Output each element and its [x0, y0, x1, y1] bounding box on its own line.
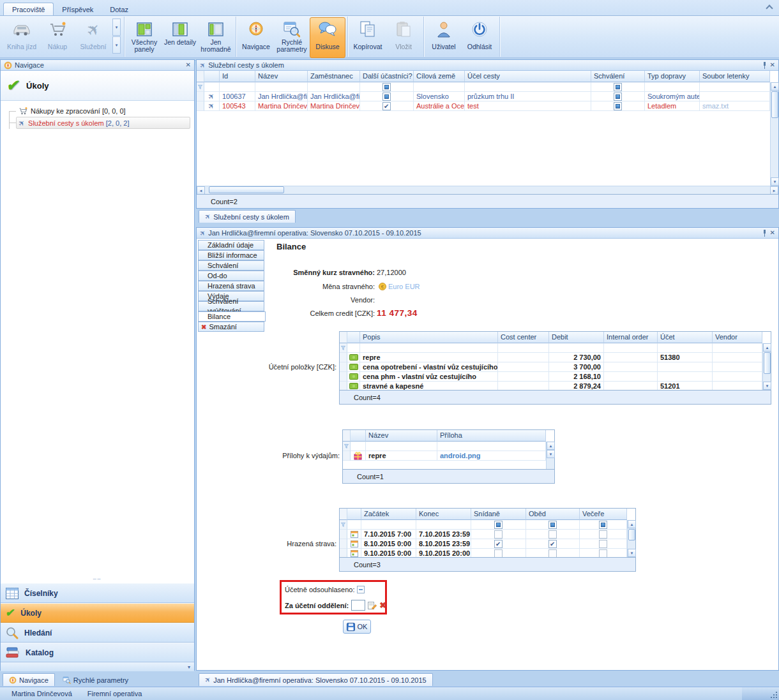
filter-cell[interactable]: [437, 442, 546, 451]
scroll-up-icon[interactable]: ▲: [763, 343, 771, 352]
cell-konec[interactable]: 7.10.2015 23:59: [416, 530, 471, 539]
navigace-button[interactable]: Navigace: [238, 17, 274, 58]
navbar-group-katalog[interactable]: Katalog: [1, 643, 194, 662]
tab-navigace[interactable]: Navigace: [3, 673, 55, 686]
vertical-scrollbar[interactable]: ▲ ▼: [627, 520, 635, 557]
detail-tab-od-do[interactable]: Od-do: [198, 271, 264, 281]
cell-id[interactable]: 100637: [220, 92, 255, 101]
cell-popis[interactable]: cena opotrebení - vlastní vůz cestujícíh…: [360, 362, 498, 372]
filter-cell[interactable]: [416, 520, 471, 530]
cell-popis[interactable]: cena phm - vlastní vůz cestujícího: [360, 372, 498, 382]
cell-typ-dopravy[interactable]: Soukromým autem: [645, 92, 700, 101]
cell-konec[interactable]: 8.10.2015 23:59: [416, 539, 471, 549]
ok-button[interactable]: OK: [343, 620, 371, 634]
filter-cell[interactable]: [713, 343, 762, 353]
cell-schvaleni-checkbox[interactable]: [591, 101, 645, 111]
detail-tab-bilance[interactable]: Bilance: [198, 311, 266, 322]
scroll-up-icon[interactable]: ▲: [771, 82, 779, 91]
sluzebni-button[interactable]: ✈ Služební: [75, 17, 111, 58]
cell-cilova-zeme[interactable]: Austrálie a Oceánie: [414, 101, 465, 111]
gallery-up-button[interactable]: ▾: [112, 19, 121, 36]
navbar-group-ukoly[interactable]: ✔ Úkoly: [1, 603, 194, 623]
cell-soubor-letenky[interactable]: [700, 92, 770, 101]
cell-nazev[interactable]: Jan Hrdlička@firemní: [255, 92, 308, 101]
column-header-dalsi-ucastnici[interactable]: Další účastníci?: [360, 71, 414, 82]
filter-cell[interactable]: [498, 343, 549, 353]
uzivatel-button[interactable]: Uživatel: [426, 17, 462, 58]
cell-internal-order[interactable]: [604, 353, 658, 362]
horizontal-scrollbar[interactable]: ◄ ►: [197, 186, 778, 194]
cell-vendor[interactable]: [713, 372, 762, 382]
row-indicator[interactable]: [197, 101, 204, 111]
cell-zamestnanec[interactable]: Martina Drinčevová@: [308, 101, 360, 111]
filter-cell[interactable]: [255, 82, 308, 92]
currency-link[interactable]: Euro EUR: [388, 283, 420, 290]
cell-snidane-checkbox[interactable]: [471, 539, 526, 549]
filter-cell[interactable]: [366, 442, 437, 451]
cell-vendor[interactable]: [713, 362, 762, 372]
row-indicator[interactable]: [197, 92, 204, 101]
column-header-zamestnanec[interactable]: Zaměstnanec: [308, 71, 360, 82]
cell-typ-dopravy[interactable]: Letadlem: [645, 101, 700, 111]
cell-ucel-cesty[interactable]: test: [465, 101, 591, 111]
cell-dalsi-checkbox[interactable]: [360, 92, 414, 101]
detail-tab-blizsi-informace[interactable]: Bližší informace: [198, 250, 264, 260]
close-icon[interactable]: ✕: [186, 62, 191, 68]
row-indicator[interactable]: [340, 530, 347, 539]
cell-obed-checkbox[interactable]: [526, 539, 580, 549]
filter-cell[interactable]: [414, 82, 465, 92]
column-header-nazev[interactable]: Název: [366, 430, 437, 442]
close-icon[interactable]: ✕: [770, 230, 775, 236]
cell-ucel-cesty[interactable]: průzkum trhu II: [465, 92, 591, 101]
detail-tab-schvaleni-vyuctovani[interactable]: Schválení vyúčtování: [198, 301, 264, 311]
ribbon-tab-pracoviste[interactable]: Pracoviště: [3, 3, 54, 15]
detail-tab-schvaleni[interactable]: Schválení: [198, 260, 264, 271]
jen-hromadne-button[interactable]: Jen hromadně: [198, 17, 234, 58]
column-header-vendor[interactable]: Vendor: [713, 332, 762, 343]
filter-cell[interactable]: [645, 82, 700, 92]
column-header-typ-dopravy[interactable]: Typ dopravy: [645, 71, 700, 82]
scroll-down-icon[interactable]: ▼: [763, 382, 771, 390]
edit-icon[interactable]: [368, 601, 377, 609]
row-indicator[interactable]: [340, 353, 347, 362]
detail-tab-smazani[interactable]: ✖Smazání: [198, 322, 264, 332]
filter-cell[interactable]: [220, 82, 255, 92]
cell-dalsi-checkbox[interactable]: [360, 101, 414, 111]
scroll-up-icon[interactable]: ▲: [628, 520, 636, 528]
cell-zamestnanec[interactable]: Jan Hrdlička@firemní: [308, 92, 360, 101]
cell-id[interactable]: 100543: [220, 101, 255, 111]
filter-cell[interactable]: [549, 343, 604, 353]
cell-debit[interactable]: 2 168,10: [549, 372, 604, 382]
filter-cell[interactable]: [658, 343, 713, 353]
cell-ucet[interactable]: [658, 362, 713, 372]
cell-internal-order[interactable]: [604, 372, 658, 382]
column-header-konec[interactable]: Konec: [416, 509, 471, 520]
vertical-scrollbar[interactable]: ▲ ▼: [770, 82, 778, 186]
column-header-cost-center[interactable]: Cost center: [498, 332, 549, 343]
filter-cell[interactable]: [308, 82, 360, 92]
column-header-nazev[interactable]: Název: [255, 71, 308, 82]
cell-vecere-checkbox[interactable]: [580, 539, 627, 549]
filter-cell[interactable]: [351, 442, 366, 451]
navbar-overflow[interactable]: ▾: [1, 662, 194, 671]
cell-zacatek[interactable]: 8.10.2015 0:00: [361, 539, 416, 549]
ribbon-tab-dotaz[interactable]: Dotaz: [102, 3, 137, 15]
row-indicator[interactable]: [340, 539, 347, 549]
ribbon-tab-prispevek[interactable]: Příspěvek: [54, 3, 102, 15]
cell-schvaleni-checkbox[interactable]: [591, 92, 645, 101]
diskuse-button[interactable]: Diskuse: [310, 17, 345, 58]
cell-internal-order[interactable]: [604, 362, 658, 372]
filter-checkbox-snidane[interactable]: [471, 520, 526, 530]
tab-sluzebni-cesty[interactable]: ✈ Služební cesty s úkolem: [199, 210, 296, 223]
cell-cost-center[interactable]: [498, 353, 549, 362]
column-header-cilova-zeme[interactable]: Cílová země: [414, 71, 465, 82]
cell-cost-center[interactable]: [498, 362, 549, 372]
filter-cell[interactable]: [604, 343, 658, 353]
cell-vendor[interactable]: [713, 353, 762, 362]
kniha-jizd-button[interactable]: Kniha jízd: [4, 17, 40, 58]
tab-trip-detail[interactable]: ✈ Jan Hrdlička@firemní operativa: Sloven…: [199, 673, 433, 686]
jen-detaily-button[interactable]: Jen detaily: [162, 17, 198, 58]
filter-cell[interactable]: [360, 343, 498, 353]
filter-checkbox-dalsi[interactable]: [360, 82, 414, 92]
odhlasit-button[interactable]: Odhlásit: [462, 17, 497, 58]
